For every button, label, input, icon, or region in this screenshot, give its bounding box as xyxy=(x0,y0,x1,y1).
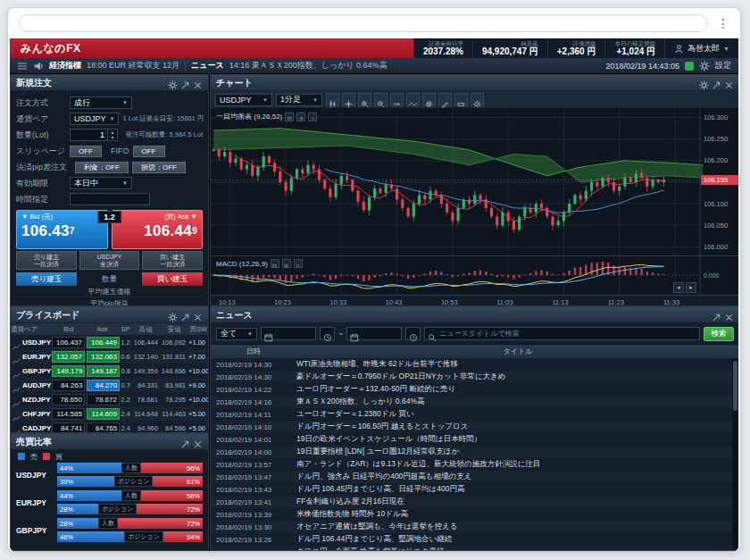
bid-cell[interactable]: 84.263 xyxy=(52,380,85,391)
scrollbar-thumb[interactable] xyxy=(733,361,738,411)
arrow-icon[interactable] xyxy=(390,93,404,106)
user-menu[interactable]: 為替太郎 ▼ xyxy=(664,38,738,58)
zoomin-icon[interactable] xyxy=(358,93,371,106)
news-row[interactable]: 2018/02/19 14:30豪ドルオーダー＝0.7950ドル OP21日NY… xyxy=(211,371,738,383)
news-scrollbar[interactable] xyxy=(732,359,738,549)
price-board-row[interactable]: EURJPY132.057132.0630.6132.140131.811+7.… xyxy=(11,349,208,364)
popout-icon[interactable] xyxy=(712,78,721,88)
news-row[interactable]: 2018/02/19 14:16東ＡＳＸ200指数、しっかり 0.64%高 xyxy=(211,396,738,408)
price-board-row[interactable]: CHFJPY114.585114.6092.4114.648114.463+5.… xyxy=(11,406,208,421)
price-board-row[interactable]: USDJPY106.437106.4491.2106.444106.092+1.… xyxy=(11,335,208,349)
price-board-row[interactable]: AUDJPY84.26384.2700.784.33183.981+9.00 xyxy=(11,378,208,392)
close-icon[interactable] xyxy=(724,78,734,88)
time-from-button[interactable] xyxy=(320,327,335,340)
time-spec-input[interactable] xyxy=(70,193,150,205)
price-board-row[interactable]: GBPJPY149.179149.1870.8149.359148.886+10… xyxy=(11,364,208,378)
pencil-icon[interactable] xyxy=(438,93,452,106)
news-row[interactable]: 2018/02/19 14:11ユーロオーダー＝1.2380ドル 買い xyxy=(211,408,738,421)
ask-button[interactable]: (買) Ask ▼ 106.449 xyxy=(112,210,204,249)
ask-cell[interactable]: 114.609 xyxy=(87,408,120,420)
gear-icon[interactable] xyxy=(471,93,484,106)
chart-timeframe-select[interactable]: 1分足▼ xyxy=(276,94,322,106)
close-icon[interactable] xyxy=(193,78,203,88)
eraser-icon[interactable] xyxy=(454,93,468,106)
indicator-close-icon[interactable] xyxy=(308,113,317,121)
sell-positions-header[interactable]: 売り建玉 xyxy=(16,272,77,286)
slippage-toggle[interactable]: OFF xyxy=(70,146,102,157)
candle-icon[interactable] xyxy=(326,93,339,106)
address-bar[interactable] xyxy=(19,14,708,32)
wave-icon[interactable] xyxy=(406,93,420,106)
date-to-input[interactable] xyxy=(346,327,402,340)
zoomout-icon[interactable] xyxy=(374,93,388,106)
scroll-left-icon[interactable]: ◂ xyxy=(673,282,684,293)
bid-cell[interactable]: 149.179 xyxy=(52,365,85,377)
price-board-row[interactable]: CADJPY84.74184.7652.484.96084.586+5.00 xyxy=(11,421,208,432)
indicator-visibility-icon[interactable] xyxy=(285,113,294,121)
ask-cell[interactable]: 84.765 xyxy=(87,422,120,433)
news-row[interactable]: 2018/02/19 13:57南ア・ランド（ZAR）は9.13ドル近辺、新大統… xyxy=(211,458,738,471)
price-board-row[interactable]: NZDJPY78.65078.6722.278.68178.295+10.00 xyxy=(11,392,208,406)
ask-cell[interactable]: 106.449 xyxy=(87,337,120,348)
macd-subchart[interactable]: MACD (12,26,9) ◂ ▸ 0.000 xyxy=(211,255,738,295)
fifo-toggle[interactable]: OFF xyxy=(133,146,165,157)
panel-settings-icon[interactable] xyxy=(699,78,709,88)
news-row[interactable]: 2018/02/19 13:41FF金利織り込み度 2月16日現在 xyxy=(211,496,738,508)
main-chart[interactable]: 一目均衡表 (9,26,52) 106.300106.250106.200106… xyxy=(211,109,738,255)
ask-cell[interactable]: 78.672 xyxy=(87,394,120,405)
news-row[interactable]: 2018/02/19 13:30オセアニア通貨は堅調も、今年は選挙を控える xyxy=(211,521,738,533)
chart-pair-select[interactable]: USDJPY▼ xyxy=(215,94,272,106)
ask-cell[interactable]: 132.063 xyxy=(87,351,120,363)
bulk-close-button[interactable]: 買い建玉一括決済 xyxy=(142,251,203,270)
close-icon[interactable] xyxy=(193,310,203,320)
take-profit-toggle[interactable]: 利食：OFF xyxy=(75,162,129,173)
candlestick-chart[interactable]: 106.300106.250106.200106.150106.100106.0… xyxy=(211,109,738,255)
ask-cell[interactable]: 84.270 xyxy=(87,380,120,391)
bid-button[interactable]: ▼ Bid (売) 106.437 xyxy=(16,210,108,249)
bulk-close-button[interactable]: USDJPY全決済 xyxy=(79,251,140,270)
bid-cell[interactable]: 84.741 xyxy=(52,422,85,433)
close-icon[interactable] xyxy=(724,310,734,320)
browser-menu-icon[interactable]: ⋮ xyxy=(717,16,729,30)
bid-cell[interactable]: 106.437 xyxy=(52,337,85,348)
crosshair-icon[interactable] xyxy=(342,93,355,106)
news-row[interactable]: 2018/02/19 13:47ドル円、強含み 日経平均の400円超高も相場の支… xyxy=(211,471,738,483)
date-from-input[interactable] xyxy=(261,327,316,340)
news-category-select[interactable]: 全て▼ xyxy=(216,328,257,340)
grid-icon[interactable] xyxy=(422,93,436,106)
bid-cell[interactable]: 78.650 xyxy=(52,394,85,405)
indicator-settings-icon[interactable] xyxy=(296,113,305,121)
bid-cell[interactable]: 114.585 xyxy=(52,408,85,420)
bulk-close-button[interactable]: 売り建玉一括決済 xyxy=(16,251,77,270)
bid-cell[interactable]: 132.057 xyxy=(52,351,85,363)
close-icon[interactable] xyxy=(193,437,203,447)
news-row[interactable]: 2018/02/19 14:0019日重要指標 [LDN] ユーロ圏12月経常収… xyxy=(211,446,738,458)
panel-settings-icon[interactable] xyxy=(168,78,178,88)
news-row[interactable]: 2018/02/19 14:22ユーロ円オーダー＝132.40-50円 断続的に… xyxy=(211,383,738,396)
macd-visibility-icon[interactable] xyxy=(271,259,279,268)
panel-settings-icon[interactable] xyxy=(168,310,178,320)
news-search-input[interactable] xyxy=(439,330,696,338)
buy-positions-header[interactable]: 買い建玉 xyxy=(142,272,203,286)
news-row[interactable]: 2018/02/19 14:10ドル円オーダー＝106.50円 越えるとストップ… xyxy=(211,421,738,433)
news-row[interactable]: 2018/02/19 13:39米株価指数先物 時間外 10ドル高 xyxy=(211,508,738,521)
popout-icon[interactable] xyxy=(180,437,190,447)
news-row[interactable]: 2018/02/19 14:0119日の欧米イベントスケジュール（時間は日本時間… xyxy=(211,433,738,446)
news-row[interactable]: 2018/02/19 14:30WTI原油先物相場、昨晩来 62ドル台前半で推移 xyxy=(211,358,738,371)
news-row[interactable]: 2018/02/19 13:20クロス円、全面高 株高を背景にリスク選好 xyxy=(211,546,738,550)
news-row[interactable]: 2018/02/19 13:43ドル円 106.45円までじり高、日経平均は40… xyxy=(211,483,738,496)
popout-icon[interactable] xyxy=(180,310,190,320)
settings-label[interactable]: 設定 xyxy=(715,60,731,71)
settings-icon[interactable] xyxy=(699,61,710,71)
search-button[interactable]: 検索 xyxy=(704,327,734,341)
popout-icon[interactable] xyxy=(712,310,721,320)
order-type-select[interactable]: 成行▼ xyxy=(70,96,132,109)
macd-close-icon[interactable] xyxy=(294,259,303,268)
stop-loss-toggle[interactable]: 損切：OFF xyxy=(132,162,186,173)
quantity-stepper[interactable]: 1 ▲▼ xyxy=(70,129,118,141)
time-to-button[interactable] xyxy=(405,327,421,340)
news-row[interactable]: 2018/02/19 13:26ドル円 106.44円までじり高、堅調地合い継続 xyxy=(211,533,738,546)
macd-settings-icon[interactable] xyxy=(282,259,291,268)
expiry-select[interactable]: 本日中▼ xyxy=(70,177,132,189)
scroll-right-icon[interactable]: ▸ xyxy=(686,282,696,293)
